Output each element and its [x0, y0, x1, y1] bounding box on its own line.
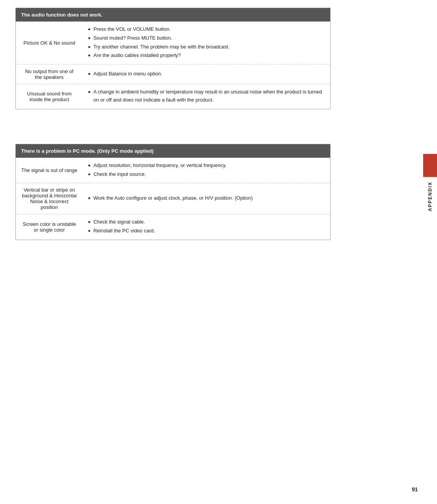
- row-label: The signal is out of range: [16, 158, 83, 183]
- list-item: Check the input source.: [88, 170, 325, 179]
- row-content: Work the Auto configure or adjust clock,…: [83, 183, 331, 214]
- list-item: Sound muted? Press MUTE button.: [88, 34, 325, 42]
- row-content: A change in ambient humidity or temperat…: [83, 84, 331, 109]
- list-item: A change in ambient humidity or temperat…: [88, 88, 325, 104]
- appendix-red-bar: [423, 154, 437, 177]
- list-item: Check the signal cable.: [88, 218, 325, 226]
- row-content: Press the VOL or VOLUME button.Sound mut…: [83, 22, 331, 65]
- appendix-label: APPENDIX: [427, 182, 433, 211]
- row-content: Adjust Balance in menu option.: [83, 65, 331, 84]
- list-item: Work the Auto configure or adjust clock,…: [88, 194, 325, 202]
- row-content: Adjust resolution, horizontal frequency,…: [83, 158, 331, 183]
- pc-table: There is a problem in PC mode. (Only PC …: [15, 144, 331, 240]
- list-item: Press the VOL or VOLUME button.: [88, 25, 325, 33]
- pc-table-header: There is a problem in PC mode. (Only PC …: [16, 144, 331, 158]
- row-label: Screen color is unstable or single color: [16, 214, 83, 240]
- page-number: 91: [412, 486, 418, 492]
- row-label: Picture OK & No sound: [16, 22, 83, 65]
- appendix-sidebar: APPENDIX: [423, 154, 437, 211]
- audio-table: The audio function does not work. Pictur…: [15, 8, 331, 109]
- list-item: Are the audio cables installed properly?: [88, 52, 325, 60]
- row-content: Check the signal cable.Reinstall the PC …: [83, 214, 331, 240]
- list-item: Adjust resolution, horizontal frequency,…: [88, 162, 325, 170]
- row-label: Vertical bar or stripe on background & H…: [16, 183, 83, 214]
- list-item: Reinstall the PC video card.: [88, 227, 325, 235]
- row-label: Unusual sound from inside the product: [16, 84, 83, 109]
- audio-table-header: The audio function does not work.: [16, 8, 331, 22]
- list-item: Try another channel. The problem may be …: [88, 43, 325, 51]
- row-label: No output from one of the speakers: [16, 65, 83, 84]
- list-item: Adjust Balance in menu option.: [88, 70, 325, 78]
